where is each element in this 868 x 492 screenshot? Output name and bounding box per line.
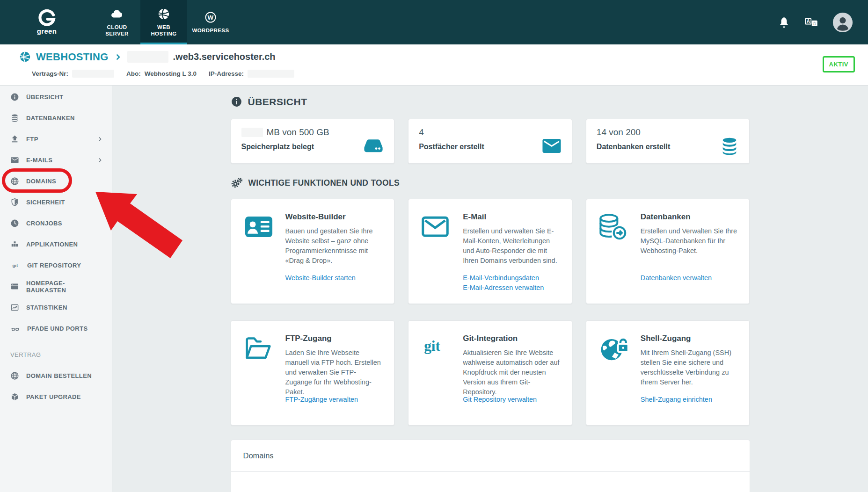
domains-panel-title: Domains — [231, 440, 750, 471]
mail-outline-icon — [420, 212, 453, 304]
svg-text:A: A — [807, 19, 810, 24]
git-icon: git — [10, 261, 20, 270]
gears-icon — [231, 177, 243, 189]
sidebar-item-homepage-baukasten[interactable]: HOMEPAGE-BAUKASTEN — [0, 276, 112, 297]
tool-card-shell-zugang: Shell-Zugang Mit Ihrem Shell-Zugang (SSH… — [586, 320, 750, 426]
breadcrumb: WEBHOSTING .web3.servicehoster.ch — [19, 51, 276, 63]
redacted-value — [241, 128, 263, 137]
tool-title: FTP-Zugang — [285, 334, 383, 343]
breadcrumb-webhosting-link[interactable]: WEBHOSTING — [36, 51, 109, 63]
sidebar: ÜBERSICHT DATENBANKEN FTP E-MAILS DOMAIN… — [0, 86, 112, 492]
product-tabs: CLOUD SERVER WEB HOSTING W WORDPRESS — [94, 0, 234, 44]
svg-text:git: git — [424, 338, 440, 354]
stat-card-datenbanken-erstellt: 14 von 200 Datenbanken erstellt — [586, 119, 750, 164]
tool-description: Erstellen und Verwalten Sie Ihre MySQL-D… — [641, 226, 738, 256]
package-icon — [10, 392, 19, 401]
green-logo[interactable]: green — [0, 0, 94, 44]
stat-label: Datenbanken erstellt — [597, 143, 739, 151]
tool-link-shell-zugang-einrichten[interactable]: Shell-Zugang einrichten — [641, 395, 740, 405]
clock-icon — [10, 219, 19, 228]
chevron-right-icon — [96, 157, 103, 164]
stat-card-postfa-cher-erstellt: 4 Postfächer erstellt — [408, 119, 572, 164]
translate-icon[interactable]: A ☆ — [804, 15, 818, 29]
sidebar-item-e-mails[interactable]: E-MAILS — [0, 150, 112, 171]
globe-lock-icon — [598, 334, 631, 425]
status-badge: AKTIV — [823, 56, 855, 72]
stat-label: Postfächer erstellt — [419, 143, 562, 151]
stat-database-icon — [719, 136, 740, 157]
sidebar-section-vertrag: VERTRAG — [0, 344, 112, 365]
sidebar-item-ftp[interactable]: FTP — [0, 129, 112, 150]
sidebar-item-domain-bestellen[interactable]: DOMAIN BESTELLEN — [0, 365, 112, 386]
redacted-subdomain — [127, 51, 168, 63]
apps-icon — [10, 240, 19, 249]
wordpress-icon: W — [204, 11, 217, 24]
sidebar-item-applikationen[interactable]: APPLIKATIONEN — [0, 234, 112, 255]
stat-value: 14 von 200 — [597, 127, 739, 137]
sidebar-item-datenbanken[interactable]: DATENBANKEN — [0, 108, 112, 129]
info-icon — [10, 93, 19, 101]
tool-link-website-builder-starten[interactable]: Website-Builder starten — [285, 273, 385, 283]
idcard-icon — [242, 212, 276, 304]
tool-title: E-Mail — [463, 212, 561, 222]
cloud-icon — [110, 7, 124, 21]
tool-link-e-mail-verbindungsdaten[interactable]: E-Mail-Verbindungsdaten — [463, 273, 562, 283]
stat-value: 4 — [419, 127, 562, 137]
redacted-ip-address — [248, 70, 294, 78]
contract-header: WEBHOSTING .web3.servicehoster.ch Vertra… — [0, 44, 868, 86]
glasses-icon — [10, 324, 20, 333]
tool-link-ftp-zuga-nge-verwalten[interactable]: FTP-Zugänge verwalten — [285, 395, 385, 405]
tool-link-e-mail-adressen-verwalten[interactable]: E-Mail-Adressen verwalten — [463, 283, 562, 293]
contract-abo: Abo: Webhosting L 3.0 — [126, 70, 197, 77]
tools-grid: Website-Builder Bauen und gestalten Sie … — [231, 199, 750, 426]
sidebar-item-sicherheit[interactable]: SICHERHEIT — [0, 192, 112, 213]
svg-text:☆: ☆ — [813, 21, 817, 26]
chevron-right-icon — [96, 136, 103, 143]
sphere-icon — [19, 51, 31, 63]
sidebar-item-u-bersicht[interactable]: ÜBERSICHT — [0, 87, 112, 108]
contract-ip: IP-Adresse: — [209, 70, 294, 78]
globe-icon — [10, 177, 19, 186]
sidebar-item-pfade-und-ports[interactable]: PFADE UND PORTS — [0, 318, 112, 339]
notifications-icon[interactable] — [778, 16, 790, 29]
tools-heading: WICHTIGE FUNKTIONEN UND TOOLS — [231, 177, 750, 189]
tool-link-datenbanken-verwalten[interactable]: Datenbanken verwalten — [641, 273, 740, 283]
chart-icon — [10, 303, 19, 312]
contract-number: Vertrags-Nr: — [32, 70, 114, 78]
database-icon — [10, 114, 19, 123]
chevron-right-icon — [113, 52, 123, 62]
logo-label: green — [37, 27, 57, 35]
sidebar-item-paket-upgrade[interactable]: PAKET UPGRADE — [0, 386, 112, 407]
git-logo-icon: git — [420, 334, 453, 425]
folder-open-icon — [242, 334, 276, 425]
upload-icon — [10, 135, 19, 144]
tool-link-git-repository-verwalten[interactable]: Git Repository verwalten — [463, 395, 562, 405]
tab-cloud-server[interactable]: CLOUD SERVER — [94, 0, 140, 44]
overview-heading: ÜBERSICHT — [231, 96, 750, 108]
shield-icon — [10, 198, 19, 207]
stats-row: MB von 500 GB Speicherplatz belegt 4 Pos… — [231, 119, 750, 164]
tool-title: Shell-Zugang — [641, 334, 738, 343]
tool-title: Website-Builder — [285, 212, 383, 222]
tool-card-git-integration: git Git-Integration Aktualisieren Sie Ih… — [408, 320, 572, 426]
tab-web-hosting[interactable]: WEB HOSTING — [140, 0, 187, 44]
sidebar-item-cronjobs[interactable]: CRONJOBS — [0, 213, 112, 234]
stat-mail-icon — [541, 135, 562, 157]
tab-wordpress[interactable]: W WORDPRESS — [187, 0, 234, 44]
divider — [231, 471, 750, 472]
main-content: ÜBERSICHT MB von 500 GB Speicherplatz be… — [112, 86, 868, 492]
contract-meta: Vertrags-Nr: Abo: Webhosting L 3.0 IP-Ad… — [32, 70, 294, 78]
tool-description: Mit Ihrem Shell-Zugang (SSH) stellen Sie… — [641, 348, 738, 387]
tool-card-website-builder: Website-Builder Bauen und gestalten Sie … — [231, 199, 395, 304]
sidebar-item-domains[interactable]: DOMAINS — [0, 171, 112, 192]
sidebar-item-statistiken[interactable]: STATISTIKEN — [0, 297, 112, 318]
tool-title: Git-Integration — [463, 334, 561, 343]
contract-domain: .web3.servicehoster.ch — [173, 51, 276, 62]
tool-card-ftp-zugang: FTP-Zugang Laden Sie Ihre Webseite manue… — [231, 320, 395, 426]
account-icon[interactable] — [832, 12, 853, 33]
svg-text:W: W — [207, 14, 213, 21]
top-navbar: green CLOUD SERVER WEB HOSTING W WORDPRE… — [0, 0, 868, 44]
navbar-right: A ☆ — [778, 0, 868, 44]
browser-icon — [10, 282, 19, 291]
sidebar-item-git-repository[interactable]: git GIT REPOSITORY — [0, 255, 112, 276]
